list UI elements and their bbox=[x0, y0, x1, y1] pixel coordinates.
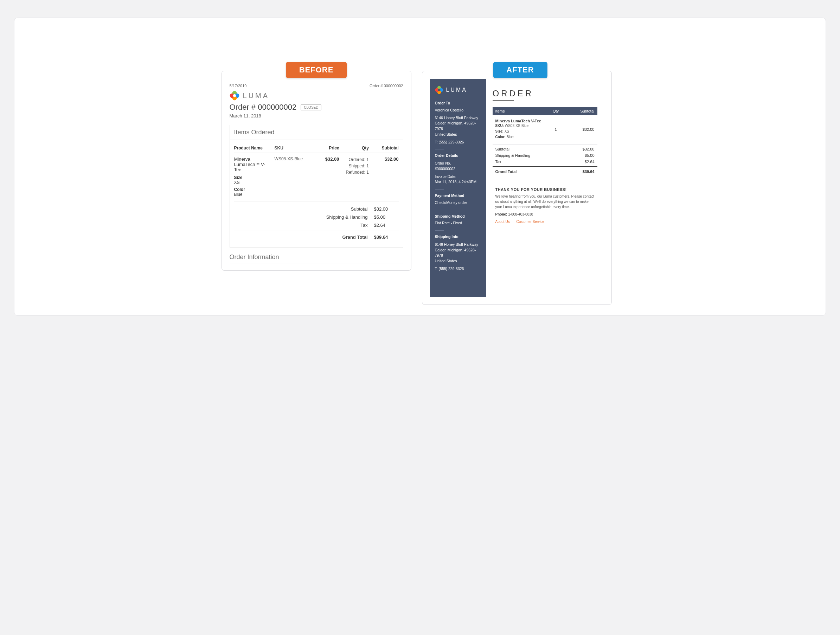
phone-label: Phone: bbox=[496, 212, 507, 216]
subtotal-label: Subtotal bbox=[496, 147, 510, 151]
tax-value: $2.64 bbox=[585, 160, 595, 164]
addr-line1: 6146 Honey Bluff Parkway bbox=[435, 115, 482, 121]
order-info-heading: Order Information bbox=[230, 254, 403, 263]
before-badge: BEFORE bbox=[286, 62, 347, 78]
col-subtotal: Subtotal bbox=[567, 109, 595, 113]
before-body: 5/17/2019 Order # 000000002 LUMA Order #… bbox=[222, 71, 411, 270]
order-date: March 11, 2018 bbox=[230, 113, 403, 118]
qty-shipped-label: Shipped: bbox=[349, 163, 365, 168]
after-totals: Subtotal$32.00 Shipping & Handling$5.00 … bbox=[493, 146, 597, 175]
col-product-name: Product Name bbox=[234, 145, 272, 150]
product-name: Minerva LumaTech™ V-Tee bbox=[234, 156, 272, 172]
before-top-row: 5/17/2019 Order # 000000002 bbox=[230, 84, 403, 88]
qty-shipped-val: 1 bbox=[366, 163, 369, 168]
col-sku: SKU bbox=[275, 145, 309, 150]
table-row: Minerva LumaTech V-Tee SKU: WS08-XS-Blue… bbox=[493, 115, 597, 145]
before-pane: 5/17/2019 Order # 000000002 LUMA Order #… bbox=[221, 71, 411, 271]
before-logo-row: LUMA bbox=[230, 91, 403, 101]
subtotal-value: $32.00 bbox=[374, 206, 399, 212]
ship-value: $5.00 bbox=[585, 153, 595, 158]
title-underline bbox=[493, 100, 514, 101]
col-qty: Qty bbox=[342, 145, 369, 150]
table-row: Minerva LumaTech™ V-Tee Size XS Color Bl… bbox=[234, 153, 399, 201]
order-to-name: Veronica Costello bbox=[435, 107, 482, 113]
tax-label: Tax bbox=[496, 160, 501, 164]
after-main: ORDER Items Qty Subtotal Minerva LumaTec… bbox=[486, 79, 604, 297]
items-table: Product Name SKU Price Qty Subtotal Mine… bbox=[230, 140, 403, 248]
item-cell: Minerva LumaTech V-Tee SKU: WS08-XS-Blue… bbox=[496, 119, 545, 140]
customer-service-link[interactable]: Customer Service bbox=[516, 220, 544, 224]
ship-tel-label: T: bbox=[435, 267, 438, 271]
qty-refunded-val: 1 bbox=[366, 170, 369, 175]
grand-value: $39.64 bbox=[583, 169, 595, 174]
orderno-label: Order No. bbox=[435, 161, 482, 166]
shipping-method-label: Shipping Method bbox=[435, 214, 482, 220]
about-us-link[interactable]: About Us bbox=[496, 220, 510, 224]
after-pane: LUMA Order To Veronica Costello 6146 Hon… bbox=[422, 71, 612, 305]
product-attrs: Size XS Color Blue bbox=[234, 175, 272, 197]
order-number: Order # 000000002 bbox=[230, 103, 297, 112]
svg-point-9 bbox=[438, 88, 440, 91]
qty-block: Ordered: 1 Shipped: 1 Refunded: 1 bbox=[342, 156, 369, 175]
ship-tel-value: (555) 229-3326 bbox=[439, 267, 464, 271]
qty-ordered-label: Ordered: bbox=[349, 157, 365, 162]
subtotal-label: Subtotal bbox=[351, 206, 368, 212]
invoice-date-label: Invoice Date: bbox=[435, 174, 482, 180]
brand-text: LUMA bbox=[446, 86, 467, 94]
tel-label: T: bbox=[435, 140, 438, 144]
qty-ordered-val: 1 bbox=[366, 157, 369, 162]
col-items: Items bbox=[496, 109, 545, 113]
addr-line2: Calder, Michigan, 49628-7978 bbox=[435, 121, 482, 132]
before-pane-wrap: BEFORE 5/17/2019 Order # 000000002 LUMA bbox=[221, 71, 411, 305]
divider bbox=[435, 189, 444, 190]
item-name: Minerva LumaTech V-Tee bbox=[496, 119, 545, 123]
size-value: XS bbox=[505, 130, 509, 133]
tel-value: (555) 229-3326 bbox=[439, 140, 464, 144]
items-section: Items Ordered Product Name SKU Price Qty… bbox=[230, 125, 403, 248]
ship-addr-line1: 6146 Honey Bluff Parkway bbox=[435, 242, 482, 248]
ship-label: Shipping & Handling bbox=[496, 153, 531, 158]
tax-value: $2.64 bbox=[374, 223, 399, 228]
totals-block: Subtotal$32.00 Shipping & Handling$5.00 … bbox=[234, 201, 399, 243]
before-top-order: Order # 000000002 bbox=[369, 84, 403, 88]
row-subtotal: $32.00 bbox=[372, 156, 399, 162]
before-order-line: Order # 000000002 CLOSED bbox=[230, 103, 403, 112]
col-qty: Qty bbox=[545, 109, 567, 113]
brand-text: LUMA bbox=[243, 92, 270, 100]
color-label: Color: bbox=[496, 135, 505, 139]
luma-logo-icon bbox=[435, 86, 444, 94]
sku-label: SKU: bbox=[496, 124, 504, 128]
grand-label: Grand Total bbox=[496, 169, 517, 174]
col-subtotal: Subtotal bbox=[372, 145, 399, 150]
items-section-title: Items Ordered bbox=[230, 125, 403, 140]
grand-value: $39.64 bbox=[374, 235, 399, 240]
divider bbox=[435, 230, 444, 231]
page-title: ORDER bbox=[493, 88, 597, 98]
svg-point-4 bbox=[233, 94, 235, 97]
ship-addr-line2: Calder, Michigan, 49628-7978 bbox=[435, 248, 482, 259]
after-pane-wrap: AFTER LUMA Order To bbox=[422, 71, 619, 305]
order-details-label: Order Details bbox=[435, 153, 482, 159]
thanks-heading: THANK YOU FOR YOUR BUSINESS! bbox=[493, 187, 597, 192]
after-table-header: Items Qty Subtotal bbox=[493, 107, 597, 115]
payment-method-value: Check/Money order bbox=[435, 200, 482, 206]
after-badge: AFTER bbox=[493, 62, 547, 78]
ship-label: Shipping & Handling bbox=[326, 215, 368, 220]
color-value: Blue bbox=[507, 135, 514, 139]
col-price: Price bbox=[312, 145, 339, 150]
shipping-info-label: Shipping Info bbox=[435, 234, 482, 240]
color-label: Color bbox=[234, 187, 245, 192]
luma-logo-icon bbox=[230, 91, 240, 101]
phone-value: 1-800-403-8838 bbox=[508, 212, 533, 216]
comparison-card: BEFORE 5/17/2019 Order # 000000002 LUMA bbox=[14, 17, 826, 316]
sku-value: WS08-XS-Blue bbox=[275, 156, 309, 161]
subtotal-value: $32.00 bbox=[583, 147, 595, 151]
before-top-date: 5/17/2019 bbox=[230, 84, 247, 88]
price-value: $32.00 bbox=[312, 156, 339, 162]
order-to-block: Order To Veronica Costello 6146 Honey Bl… bbox=[435, 101, 482, 145]
size-value: XS bbox=[234, 180, 272, 185]
addr-country: United States bbox=[435, 132, 482, 137]
thanks-message: We love hearing from you, our Luma custo… bbox=[493, 194, 597, 212]
size-label: Size: bbox=[496, 130, 504, 133]
divider bbox=[435, 210, 444, 210]
